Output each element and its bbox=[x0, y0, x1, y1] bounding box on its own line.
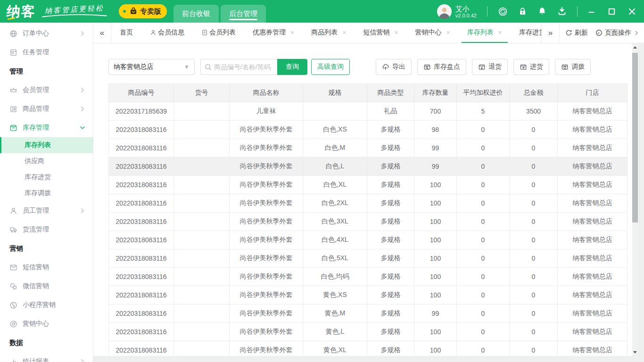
page-tab-营销中心[interactable]: 营销中心× bbox=[410, 23, 456, 43]
column-header-商品类型: 商品类型 bbox=[367, 84, 414, 102]
topbar-divider bbox=[577, 6, 578, 16]
transfer-button[interactable]: 调拨 bbox=[555, 59, 591, 75]
table-cell: 白色,5XL bbox=[303, 249, 367, 268]
download-icon[interactable] bbox=[557, 7, 567, 16]
page-tab-库存列表[interactable]: 库存列表× bbox=[462, 23, 508, 43]
chevron-right-icon bbox=[80, 208, 85, 214]
table-row[interactable]: 20220318083116尚谷伊美秋季外套黄色,L多规格10000纳客营销总店 bbox=[109, 323, 627, 341]
table-row[interactable]: 20220318083116尚谷伊美秋季外套黄色,XL多规格10000纳客营销总… bbox=[109, 341, 627, 356]
table-cell: 白色,2XL bbox=[303, 194, 367, 213]
sidebar-item-会员管理[interactable]: 会员管理 bbox=[0, 81, 93, 99]
table-cell: 多规格 bbox=[367, 157, 414, 176]
bell-icon[interactable] bbox=[537, 7, 547, 16]
close-tab-icon[interactable]: × bbox=[446, 29, 450, 36]
table-cell: 0 bbox=[457, 176, 510, 194]
sidebar-item-订单中心[interactable]: 订单中心 bbox=[0, 24, 93, 43]
page-tab-会员列表[interactable]: 会员列表 bbox=[196, 23, 241, 43]
vertical-scrollbar[interactable] bbox=[632, 43, 638, 356]
edition-badge-label: 专卖版 bbox=[140, 7, 161, 16]
search-input[interactable] bbox=[214, 63, 271, 71]
sidebar-subitem-库存调拨[interactable]: 库存调拨 bbox=[0, 185, 93, 201]
sidebar-item-任务管理[interactable]: 任务管理 bbox=[0, 43, 93, 62]
page-tab-首页[interactable]: 首页 bbox=[114, 23, 139, 43]
refresh-button[interactable]: 刷新 bbox=[565, 29, 588, 37]
table-row[interactable]: 20220318083116尚谷伊美秋季外套黄色,XS多规格10000纳客营销总… bbox=[109, 286, 627, 304]
sidebar-item-库存管理[interactable]: 库存管理 bbox=[0, 118, 93, 137]
store-select[interactable]: 纳客营销总店 ▼ bbox=[108, 59, 195, 75]
close-tab-icon[interactable]: × bbox=[394, 29, 398, 36]
tab-front-cashier[interactable]: 前台收银 bbox=[173, 5, 219, 23]
lock-icon[interactable] bbox=[518, 7, 527, 16]
shopping-bag-icon bbox=[129, 7, 138, 16]
sidebar-item-短信营销[interactable]: 短信营销 bbox=[0, 258, 93, 277]
sidebar-subitem-库存列表[interactable]: 库存列表 bbox=[0, 137, 93, 153]
table-row[interactable]: 20220318083116尚谷伊美秋季外套白色,5XL多规格10000纳客营销… bbox=[109, 249, 627, 268]
sidebar-section-label: 管理 bbox=[0, 62, 93, 81]
table-cell: 0 bbox=[510, 323, 558, 341]
user-icon bbox=[150, 29, 157, 36]
tab-front-cashier-label: 前台收银 bbox=[182, 9, 210, 18]
collapse-tabs-left-button[interactable]: « bbox=[93, 23, 111, 43]
sidebar-item-label: 订单中心 bbox=[23, 29, 49, 38]
maximize-button[interactable] bbox=[608, 8, 615, 15]
chart-icon bbox=[9, 358, 17, 362]
table-row[interactable]: 20220318083116尚谷伊美秋季外套白色,2XL多规格10000纳客营销… bbox=[109, 194, 627, 213]
tab-backend-manage[interactable]: 后台管理 bbox=[221, 5, 266, 23]
page-tab-商品列表[interactable]: 商品列表× bbox=[305, 23, 352, 43]
collapse-tabs-right-button[interactable]: » bbox=[541, 23, 559, 43]
table-cell: 0 bbox=[457, 268, 510, 286]
sidebar-item-微信营销[interactable]: 微信营销 bbox=[0, 277, 93, 296]
table-cell: 700 bbox=[414, 102, 457, 121]
close-tab-icon[interactable]: × bbox=[290, 29, 294, 36]
user-block[interactable]: 艾小 v2.0.0.42 bbox=[437, 4, 477, 19]
table-cell bbox=[174, 157, 230, 176]
page-tab-会员信息[interactable]: 会员信息 bbox=[144, 23, 190, 43]
sidebar-item-员工管理[interactable]: 员工管理 bbox=[0, 201, 93, 220]
close-tab-icon[interactable]: × bbox=[498, 29, 502, 36]
table-row[interactable]: 20220318083116尚谷伊美秋季外套白色,XS多规格9800纳客营销总店 bbox=[109, 121, 627, 139]
sidebar-subitem-库存进货[interactable]: 库存进货 bbox=[0, 169, 93, 185]
table-cell: 100 bbox=[414, 341, 457, 356]
return-button[interactable]: 退货 bbox=[472, 59, 508, 75]
purchase-button[interactable]: 进货 bbox=[513, 59, 549, 75]
table-cell: 0 bbox=[457, 194, 510, 213]
table-cell: 99 bbox=[414, 157, 457, 176]
page-operations-button[interactable]: 页面操作 bbox=[595, 29, 639, 37]
table-row[interactable]: 20220318083116尚谷伊美秋季外套白色,均码多规格10000纳客营销总… bbox=[109, 268, 627, 286]
sidebar-item-商品管理[interactable]: 商品管理 bbox=[0, 99, 93, 118]
chevron-right-icon bbox=[634, 30, 639, 36]
minimize-button[interactable] bbox=[588, 8, 595, 15]
stocktake-button[interactable]: 库存盘点 bbox=[417, 59, 466, 75]
customer-service-icon[interactable] bbox=[498, 7, 508, 16]
sidebar-item-营销中心[interactable]: 营销中心 bbox=[0, 314, 93, 333]
table-row[interactable]: 20220318083116尚谷伊美秋季外套白色,XL多规格10000纳客营销总… bbox=[109, 176, 627, 194]
export-button[interactable]: 导出 bbox=[376, 59, 412, 75]
sidebar-item-统计报表[interactable]: 统计报表 bbox=[0, 352, 93, 362]
table-row[interactable]: 20220318083116尚谷伊美秋季外套黄色,M多规格9900纳客营销总店 bbox=[109, 304, 627, 323]
search-box bbox=[200, 59, 277, 75]
sidebar-subitem-供应商[interactable]: 供应商 bbox=[0, 153, 93, 169]
return-icon bbox=[478, 63, 486, 71]
advanced-query-button[interactable]: 高级查询 bbox=[311, 59, 350, 75]
page-tab-优惠券管理[interactable]: 优惠券管理× bbox=[247, 23, 300, 43]
table-row[interactable]: 20220318083116尚谷伊美秋季外套白色,4XL多规格10000纳客营销… bbox=[109, 231, 627, 249]
scroll-down-button[interactable] bbox=[632, 349, 638, 355]
close-button[interactable] bbox=[628, 8, 636, 15]
table-row[interactable]: 20220318083116尚谷伊美秋季外套白色,3XL多规格10000纳客营销… bbox=[109, 213, 627, 231]
person-icon bbox=[9, 207, 17, 215]
page-tab-短信营销[interactable]: 短信营销× bbox=[357, 23, 404, 43]
query-button[interactable]: 查询 bbox=[277, 59, 307, 75]
table-cell: 纳客营销总店 bbox=[558, 304, 627, 323]
action-button-label: 导出 bbox=[392, 63, 405, 71]
page-tab-库存进货[interactable]: 库存进货× bbox=[513, 23, 541, 43]
close-tab-icon[interactable]: × bbox=[342, 29, 346, 36]
table-cell: 白色,均码 bbox=[303, 268, 367, 286]
table-row[interactable]: 20220318083116尚谷伊美秋季外套白色,L多规格9900纳客营销总店 bbox=[109, 157, 627, 176]
avatar bbox=[437, 4, 452, 19]
sidebar-item-小程序营销[interactable]: 小程序营销 bbox=[0, 296, 93, 314]
sidebar-item-货流管理[interactable]: 货流管理 bbox=[0, 220, 93, 239]
scroll-up-button[interactable] bbox=[632, 44, 638, 50]
table-row[interactable]: 20220317185639儿童袜礼品70053500纳客营销总店 bbox=[109, 102, 627, 121]
scrollbar-thumb[interactable] bbox=[632, 53, 638, 222]
table-row[interactable]: 20220318083116尚谷伊美秋季外套白色,M多规格9900纳客营销总店 bbox=[109, 139, 627, 157]
